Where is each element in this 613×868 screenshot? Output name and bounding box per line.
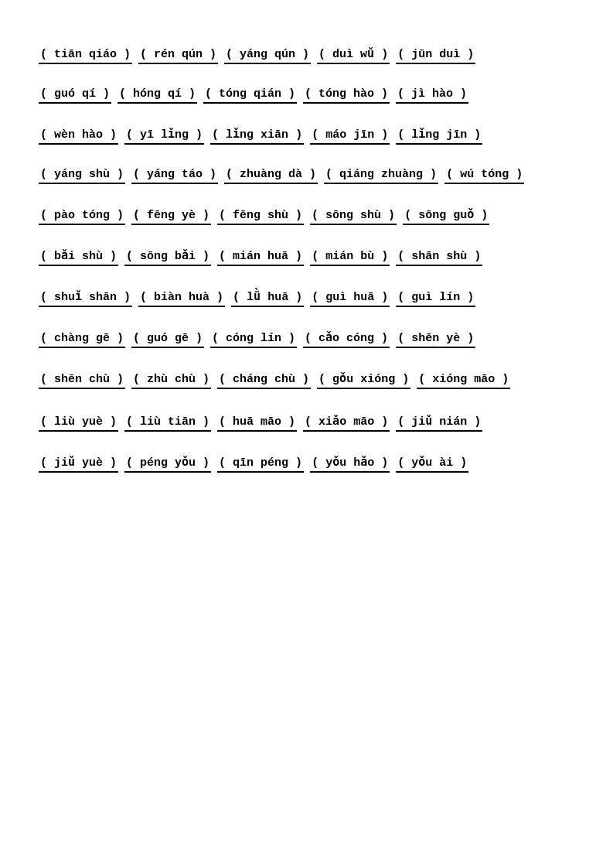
pinyin-text: ( lǐng jīn ): [396, 127, 482, 145]
pinyin-text: ( xiǎo māo ): [303, 414, 390, 432]
pinyin-text: ( cóng lín ): [210, 332, 297, 348]
list-item: ( cháng chù ): [217, 373, 311, 391]
pinyin-text: ( qīn péng ): [217, 456, 304, 473]
pinyin-text: ( sōng bǎi ): [124, 248, 211, 266]
row-row2: ( guó qí )( hóng qí )( tóng qián )( tóng…: [39, 87, 574, 105]
list-item: ( shēn chù ): [39, 373, 125, 391]
pinyin-text: ( tiān qiáo ): [39, 48, 132, 64]
list-item: ( tiān qiáo ): [39, 48, 132, 66]
pinyin-text: ( mián bù ): [310, 250, 390, 266]
list-item: ( guó gē ): [131, 332, 204, 350]
row-row8: ( chàng gē )( guó gē )( cóng lín )( cǎo …: [39, 330, 574, 350]
row-row5: ( pào tóng )( fēng yè )( fēng shù )( sōn…: [39, 207, 574, 227]
list-item: ( fēng yè ): [131, 209, 211, 227]
pinyin-text: ( péng yǒu ): [124, 455, 211, 473]
pinyin-text: ( wú tóng ): [444, 168, 524, 184]
pinyin-text: ( guì huā ): [310, 291, 390, 307]
row-row4: ( yáng shù )( yáng táo )( zhuàng dà )( q…: [39, 168, 574, 186]
pinyin-text: ( shuǐ shān ): [39, 289, 132, 307]
row-row10: ( liù yuè )( liù tiān )( huā māo )( xiǎo…: [39, 414, 574, 433]
row-row9: ( shēn chù )( zhù chù )( cháng chù )( gǒ…: [39, 371, 574, 391]
pinyin-text: ( sōng shù ): [310, 209, 397, 225]
pinyin-text: ( xióng māo ): [417, 373, 510, 389]
list-item: ( shēn yè ): [396, 332, 475, 350]
pinyin-text: ( yáng táo ): [131, 168, 218, 184]
list-item: ( cǎo cóng ): [303, 330, 390, 350]
pinyin-text: ( yáng qún ): [224, 48, 311, 64]
pinyin-text: ( guó gē ): [131, 332, 204, 348]
pinyin-text: ( wèn hào ): [39, 128, 118, 145]
list-item: ( chàng gē ): [39, 332, 125, 350]
list-item: ( bǎi shù ): [39, 248, 118, 268]
pinyin-text: ( yī lǐng ): [124, 127, 204, 145]
list-item: ( jiǔ nián ): [396, 414, 482, 433]
pinyin-text: ( duì wǔ ): [317, 46, 390, 64]
list-item: ( wú tóng ): [444, 168, 524, 186]
list-item: ( zhuàng dà ): [224, 168, 318, 186]
list-item: ( yī lǐng ): [124, 127, 204, 146]
pinyin-text: ( zhuàng dà ): [224, 168, 318, 184]
pinyin-text: ( guó qí ): [39, 87, 111, 104]
row-row3: ( wèn hào )( yī lǐng )( lǐng xiān )( máo…: [39, 127, 574, 146]
list-item: ( liù tiān ): [124, 415, 211, 433]
list-item: ( guì lín ): [396, 291, 475, 309]
list-item: ( yáng shù ): [39, 168, 125, 186]
pinyin-text: ( fēng yè ): [131, 209, 211, 225]
list-item: ( tóng qián ): [203, 87, 297, 105]
pinyin-text: ( tóng hào ): [303, 87, 390, 104]
pinyin-text: ( guì lín ): [396, 291, 475, 307]
pinyin-text: ( chàng gē ): [39, 332, 125, 348]
list-item: ( guó qí ): [39, 87, 111, 105]
pinyin-text: ( sōng guǒ ): [403, 207, 489, 225]
pinyin-text: ( tóng qián ): [203, 87, 297, 104]
list-item: ( máo jīn ): [310, 128, 390, 146]
pinyin-text: ( zhù chù ): [131, 373, 211, 389]
list-item: ( qiáng zhuàng ): [324, 168, 438, 186]
list-item: ( wèn hào ): [39, 128, 118, 146]
row-row1: ( tiān qiáo )( rén qún )( yáng qún )( du…: [39, 46, 574, 66]
list-item: ( huā māo ): [217, 415, 297, 433]
pinyin-text: ( fēng shù ): [217, 209, 304, 225]
list-item: ( gǒu xióng ): [317, 371, 410, 391]
list-item: ( shuǐ shān ): [39, 289, 132, 309]
pinyin-text: ( jì hào ): [396, 87, 468, 104]
list-item: ( hóng qí ): [117, 87, 197, 105]
page: ( tiān qiáo )( rén qún )( yáng qún )( du…: [0, 0, 613, 868]
pinyin-text: ( shēn yè ): [396, 332, 475, 348]
pinyin-text: ( liù tiān ): [124, 415, 211, 432]
list-item: ( lǜ huā ): [231, 289, 304, 309]
list-item: ( fēng shù ): [217, 209, 304, 227]
list-item: ( qīn péng ): [217, 456, 304, 474]
list-item: ( sōng guǒ ): [403, 207, 489, 227]
pinyin-text: ( cǎo cóng ): [303, 330, 390, 348]
list-item: ( rén qún ): [138, 48, 218, 66]
pinyin-text: ( yǒu hǎo ): [310, 455, 390, 473]
pinyin-text: ( gǒu xióng ): [317, 371, 410, 389]
list-item: ( guì huā ): [310, 291, 390, 309]
pinyin-text: ( bǎi shù ): [39, 248, 118, 266]
list-item: ( yáng qún ): [224, 48, 311, 66]
list-item: ( shān shù ): [396, 250, 482, 268]
pinyin-text: ( jūn duì ): [396, 48, 475, 64]
list-item: ( yáng táo ): [131, 168, 218, 186]
list-item: ( mián huā ): [217, 250, 304, 268]
list-item: ( jūn duì ): [396, 48, 475, 66]
list-item: ( sōng bǎi ): [124, 248, 211, 268]
list-item: ( zhù chù ): [131, 373, 211, 391]
list-item: ( jiǔ yuè ): [39, 455, 118, 474]
pinyin-text: ( huā māo ): [217, 415, 297, 432]
list-item: ( lǐng jīn ): [396, 127, 482, 146]
list-item: ( lǐng xiān ): [210, 127, 304, 146]
pinyin-text: ( pào tóng ): [39, 209, 125, 225]
pinyin-text: ( lǜ huā ): [231, 289, 304, 307]
list-item: ( péng yǒu ): [124, 455, 211, 474]
row-row6: ( bǎi shù )( sōng bǎi )( mián huā )( miá…: [39, 248, 574, 268]
list-item: ( yǒu ài ): [396, 455, 468, 474]
list-item: ( cóng lín ): [210, 332, 297, 350]
pinyin-text: ( liù yuè ): [39, 415, 118, 432]
list-item: ( mián bù ): [310, 250, 390, 268]
pinyin-text: ( lǐng xiān ): [210, 127, 304, 145]
pinyin-text: ( mián huā ): [217, 250, 304, 266]
list-item: ( jì hào ): [396, 87, 468, 105]
list-item: ( biàn huà ): [138, 291, 225, 309]
